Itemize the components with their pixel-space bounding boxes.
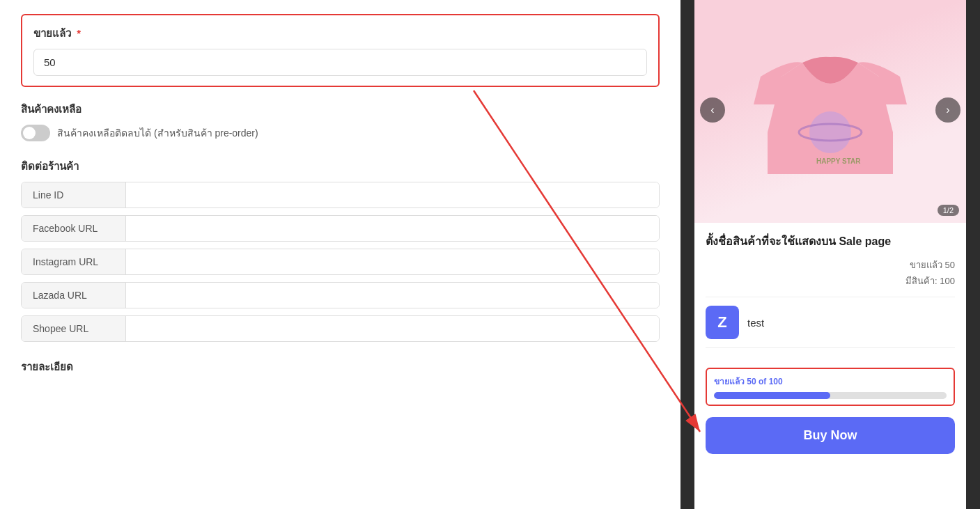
seller-avatar-letter: Z [717, 313, 726, 331]
shopee-url-label: Shopee URL [22, 316, 126, 341]
progress-label: ขายแล้ว 50 of 100 [714, 375, 947, 388]
stock-title: สินค้าคงเหลือ [21, 101, 660, 118]
seller-card: Z test [706, 297, 955, 348]
progress-bar-fill [714, 392, 830, 399]
facebook-url-row: Facebook URL [21, 215, 660, 242]
image-counter: 1/2 [938, 205, 959, 216]
product-info: ตั้งชื่อสินค้าที่จะใช้แสดงบน Sale page ข… [694, 223, 966, 368]
sold-input[interactable] [33, 49, 647, 76]
instagram-url-row: Instagram URL [21, 249, 660, 275]
seller-name: test [747, 317, 764, 329]
instagram-url-input[interactable] [126, 249, 659, 274]
shopee-url-input[interactable] [126, 316, 659, 341]
sold-label-text: ขายแล้ว [33, 27, 71, 39]
sold-required-star: * [77, 27, 81, 39]
stock-toggle[interactable] [21, 125, 50, 141]
line-id-row: Line ID [21, 182, 660, 208]
lazada-url-row: Lazada URL [21, 282, 660, 308]
sold-label: ขายแล้ว * [33, 25, 647, 42]
contact-title: ติดต่อร้านค้า [21, 158, 660, 175]
left-panel: ขายแล้ว * สินค้าคงเหลือ สินค้าคงเหลือติด… [0, 0, 680, 509]
toggle-row: สินค้าคงเหลือติดลบได้ (สำหรับสินค้า pre-… [21, 125, 660, 141]
product-stats: ขายแล้ว 50 มีสินค้า: 100 [706, 258, 955, 288]
contact-section: ติดต่อร้านค้า Line ID Facebook URL Insta… [21, 158, 660, 342]
stock-toggle-label: สินค้าคงเหลือติดลบได้ (สำหรับสินค้า pre-… [57, 125, 258, 141]
main-container: ขายแล้ว * สินค้าคงเหลือ สินค้าคงเหลือติด… [0, 0, 980, 509]
line-id-label: Line ID [22, 182, 126, 207]
lazada-url-label: Lazada URL [22, 283, 126, 308]
product-image-placeholder: HAPPY STAR [694, 0, 966, 223]
stock-section: สินค้าคงเหลือ สินค้าคงเหลือติดลบได้ (สำห… [21, 101, 660, 141]
nav-next-button[interactable]: › [935, 97, 960, 123]
sold-count-text: ขายแล้ว 50 [910, 258, 955, 272]
buy-now-button[interactable]: Buy Now [706, 417, 955, 454]
stock-count-text: มีสินค้า: 100 [905, 274, 955, 288]
line-id-input[interactable] [126, 182, 659, 207]
right-panel: HAPPY STAR ‹ › 1/2 ตั้งชื่อสินค้าที่จะใช… [680, 0, 980, 509]
instagram-url-label: Instagram URL [22, 249, 126, 274]
shopee-url-row: Shopee URL [21, 315, 660, 342]
svg-text:HAPPY STAR: HAPPY STAR [816, 157, 861, 165]
seller-avatar: Z [706, 306, 739, 339]
facebook-url-label: Facebook URL [22, 216, 126, 241]
sold-section: ขายแล้ว * [21, 14, 660, 87]
phone-preview: HAPPY STAR ‹ › 1/2 ตั้งชื่อสินค้าที่จะใช… [694, 0, 966, 509]
lazada-url-input[interactable] [126, 283, 659, 308]
details-title: รายละเอียด [21, 359, 660, 375]
product-image-area: HAPPY STAR ‹ › 1/2 [694, 0, 966, 223]
svg-point-0 [809, 111, 851, 153]
progress-bar-bg [714, 392, 947, 399]
tshirt-svg: HAPPY STAR [747, 35, 914, 188]
nav-prev-button[interactable]: ‹ [700, 97, 725, 123]
facebook-url-input[interactable] [126, 216, 659, 241]
product-title: ตั้งชื่อสินค้าที่จะใช้แสดงบน Sale page [706, 234, 955, 249]
progress-section: ขายแล้ว 50 of 100 [706, 368, 955, 406]
details-section: รายละเอียด [21, 359, 660, 375]
contact-fields: Line ID Facebook URL Instagram URL Lazad… [21, 182, 660, 342]
